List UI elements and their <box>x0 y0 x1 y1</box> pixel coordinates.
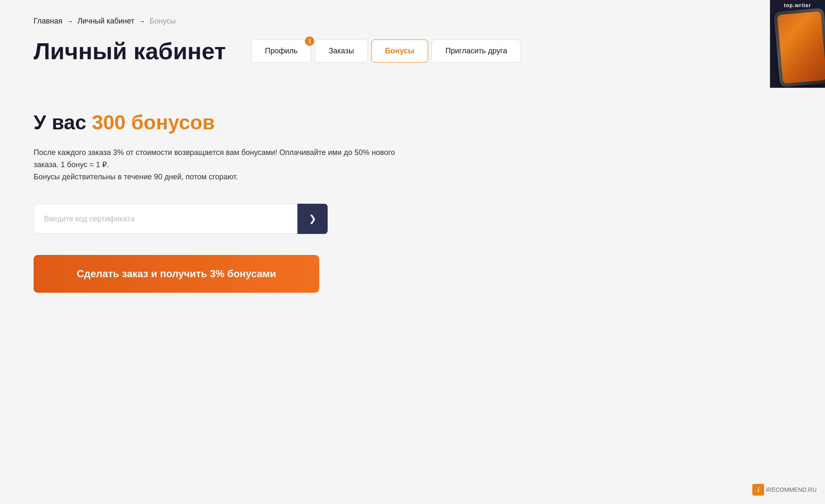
bonus-heading: У вас 300 бонусов <box>34 111 680 134</box>
tab-profile-badge: 1 <box>305 37 314 46</box>
main-content: У вас 300 бонусов После каждого заказа 3… <box>34 86 680 293</box>
top-writer-phone <box>773 8 825 87</box>
breadcrumb-arrow-1: → <box>67 18 74 25</box>
page-wrapper: top.writer Главная → Личный кабинет → Бо… <box>0 0 825 504</box>
irecommend-label: iRECOMMEND.RU <box>766 486 817 493</box>
tab-profile[interactable]: Профиль 1 <box>251 39 312 63</box>
irecommend-icon: i <box>752 484 764 496</box>
breadcrumb: Главная → Личный кабинет → Бонусы <box>34 17 680 26</box>
chevron-right-icon: ❯ <box>309 213 316 224</box>
tab-invite-label: Пригласить друга <box>445 47 507 55</box>
certificate-form: ❯ <box>34 204 328 234</box>
breadcrumb-cabinet[interactable]: Личный кабинет <box>78 17 134 26</box>
content-area: Главная → Личный кабинет → Бонусы Личный… <box>0 0 714 310</box>
tabs-container: Профиль 1 Заказы Бонусы Пригласить друга <box>251 39 521 63</box>
page-header: Личный кабинет Профиль 1 Заказы Бонусы П <box>34 37 680 65</box>
tab-bonuses-label: Бонусы <box>385 47 415 55</box>
bonus-desc-line2: Бонусы действительны в течение 90 дней, … <box>34 171 412 183</box>
tab-profile-label: Профиль <box>265 47 298 55</box>
certificate-input[interactable] <box>34 204 297 234</box>
bonus-heading-prefix: У вас <box>34 111 92 134</box>
page-title: Личный кабинет <box>34 37 226 65</box>
breadcrumb-current: Бонусы <box>150 17 176 26</box>
irecommend-badge: i iRECOMMEND.RU <box>752 484 817 496</box>
top-writer-badge: top.writer <box>770 0 825 88</box>
top-writer-label: top.writer <box>784 3 811 8</box>
irecommend-i: i <box>757 486 759 493</box>
bonus-description: После каждого заказа 3% от стоимости воз… <box>34 147 412 183</box>
certificate-submit-button[interactable]: ❯ <box>297 204 328 234</box>
bonus-desc-line1: После каждого заказа 3% от стоимости воз… <box>34 147 412 171</box>
tab-orders[interactable]: Заказы <box>315 39 368 63</box>
tab-orders-label: Заказы <box>328 47 354 55</box>
bonus-amount: 300 бонусов <box>92 111 215 134</box>
breadcrumb-arrow-2: → <box>139 18 145 25</box>
order-button[interactable]: Сделать заказ и получить 3% бонусами <box>34 255 319 293</box>
tab-invite[interactable]: Пригласить друга <box>431 39 521 63</box>
tab-bonuses[interactable]: Бонусы <box>371 39 428 63</box>
order-button-label: Сделать заказ и получить 3% бонусами <box>77 268 276 279</box>
breadcrumb-home[interactable]: Главная <box>34 17 63 26</box>
